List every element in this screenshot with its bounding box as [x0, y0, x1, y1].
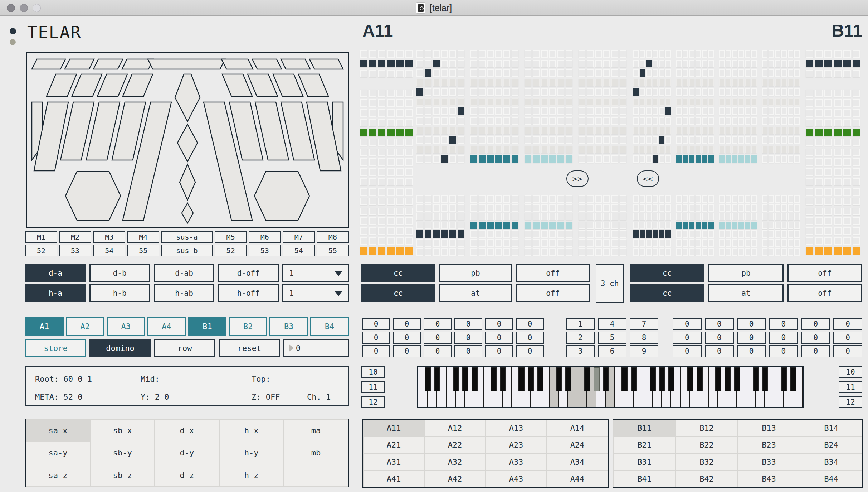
step-cell[interactable] — [533, 50, 540, 58]
preset-cell-b12[interactable]: B12 — [676, 420, 738, 436]
preset-cell-a21[interactable]: A21 — [363, 436, 424, 453]
step-cell[interactable] — [449, 117, 456, 125]
step-cell[interactable] — [603, 107, 610, 115]
step-cell[interactable] — [416, 146, 423, 153]
b-at-button[interactable]: at — [708, 284, 783, 302]
step-cell[interactable] — [416, 88, 423, 96]
step-cell[interactable] — [719, 136, 725, 144]
step-cell[interactable] — [595, 136, 602, 144]
step-cell[interactable] — [653, 79, 658, 86]
step-cell[interactable] — [479, 146, 486, 153]
step-cell[interactable] — [676, 88, 682, 96]
step-cell[interactable] — [696, 248, 701, 256]
side-cell[interactable] — [843, 217, 851, 225]
step-cell[interactable] — [689, 146, 694, 153]
step-cell[interactable] — [781, 79, 787, 86]
mode-cell-sb-z[interactable]: sb-z — [90, 464, 155, 487]
step-cell[interactable] — [416, 79, 423, 86]
side-cell[interactable] — [853, 247, 860, 255]
step-cell[interactable] — [603, 98, 610, 106]
step-cell[interactable] — [640, 107, 645, 115]
step-cell[interactable] — [751, 204, 757, 212]
step-cell[interactable] — [696, 230, 701, 238]
step-cell[interactable] — [541, 204, 548, 212]
step-cell[interactable] — [646, 248, 652, 256]
step-cell[interactable] — [566, 213, 572, 220]
step-cell[interactable] — [726, 222, 731, 229]
side-cell[interactable] — [824, 129, 832, 136]
step-cell[interactable] — [696, 213, 701, 220]
step-cell[interactable] — [696, 222, 701, 229]
side-cell[interactable] — [853, 178, 860, 185]
step-cell[interactable] — [416, 230, 423, 238]
step-cell[interactable] — [788, 222, 793, 229]
m-value-box[interactable]: 54 — [283, 245, 315, 256]
mode-cell-ma[interactable]: ma — [284, 419, 348, 442]
side-cell[interactable] — [360, 198, 367, 205]
step-cell[interactable] — [653, 69, 658, 77]
side-cell[interactable] — [369, 119, 376, 126]
step-cell[interactable] — [433, 98, 440, 106]
mode-cell-d-y[interactable]: d-y — [155, 442, 219, 464]
side-cell[interactable] — [387, 129, 395, 136]
b-cc-button[interactable]: cc — [630, 264, 704, 282]
step-cell[interactable] — [449, 204, 456, 212]
side-cell[interactable] — [815, 119, 823, 126]
a-pb-button[interactable]: pb — [439, 264, 512, 282]
step-cell[interactable] — [512, 107, 518, 115]
step-cell[interactable] — [525, 239, 531, 247]
step-cell[interactable] — [487, 117, 494, 125]
step-cell[interactable] — [416, 136, 423, 144]
side-cell[interactable] — [378, 188, 385, 196]
step-cell[interactable] — [503, 88, 510, 96]
step-cell[interactable] — [659, 222, 664, 229]
step-cell[interactable] — [676, 127, 682, 134]
step-cell[interactable] — [557, 88, 564, 96]
step-cell[interactable] — [738, 248, 744, 256]
side-cell[interactable] — [396, 50, 404, 58]
step-cell[interactable] — [557, 98, 564, 106]
step-cell[interactable] — [726, 136, 731, 144]
step-cell[interactable] — [762, 69, 767, 77]
step-cell[interactable] — [640, 155, 645, 163]
step-cell[interactable] — [683, 50, 688, 58]
step-cell[interactable] — [541, 213, 548, 220]
step-cell[interactable] — [557, 107, 564, 115]
side-cell[interactable] — [815, 188, 823, 196]
step-cell[interactable] — [659, 69, 664, 77]
side-cell[interactable] — [369, 90, 376, 97]
step-cell[interactable] — [689, 155, 694, 163]
side-cell[interactable] — [843, 158, 851, 166]
black-key[interactable] — [453, 367, 459, 391]
mode-cell-h-z[interactable]: h-z — [219, 464, 284, 487]
step-cell[interactable] — [726, 60, 731, 67]
side-cell[interactable] — [387, 188, 395, 196]
side-cell[interactable] — [360, 90, 367, 97]
number-box[interactable]: 0 — [393, 332, 421, 344]
step-cell[interactable] — [775, 204, 780, 212]
step-cell[interactable] — [495, 98, 502, 106]
step-cell[interactable] — [416, 222, 423, 229]
step-cell[interactable] — [533, 79, 540, 86]
step-cell[interactable] — [470, 248, 477, 256]
step-cell[interactable] — [794, 204, 800, 212]
side-cell[interactable] — [853, 227, 860, 235]
step-cell[interactable] — [708, 222, 714, 229]
side-cell[interactable] — [824, 90, 832, 97]
step-cell[interactable] — [525, 117, 531, 125]
a-cc-button[interactable]: cc — [361, 284, 435, 302]
step-cell[interactable] — [441, 239, 448, 247]
step-cell[interactable] — [603, 127, 610, 134]
step-cell[interactable] — [732, 50, 737, 58]
side-cell[interactable] — [369, 168, 376, 176]
black-key[interactable] — [472, 367, 478, 391]
step-cell[interactable] — [653, 204, 658, 212]
step-cell[interactable] — [665, 239, 671, 247]
number-box[interactable]: 3 — [566, 345, 595, 357]
step-cell[interactable] — [708, 69, 714, 77]
side-cell[interactable] — [853, 90, 860, 97]
step-cell[interactable] — [512, 79, 518, 86]
step-cell[interactable] — [487, 222, 494, 229]
step-cell[interactable] — [449, 248, 456, 256]
step-cell[interactable] — [441, 127, 448, 134]
